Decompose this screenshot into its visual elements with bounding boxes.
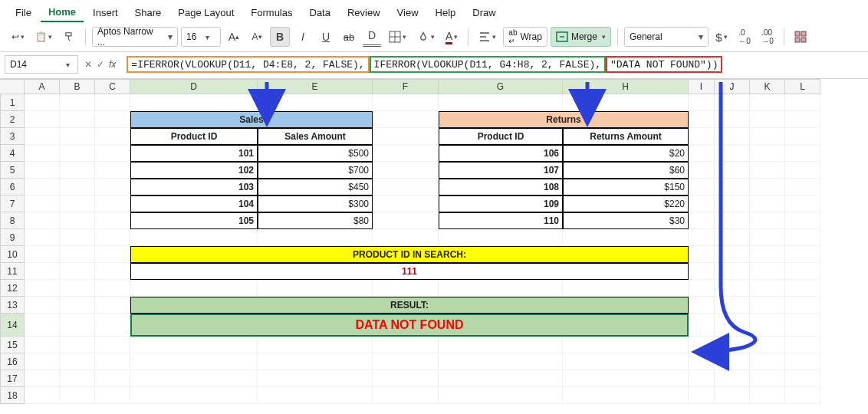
cell-K13[interactable] (750, 297, 785, 314)
cell-B7[interactable] (60, 196, 95, 212)
cell-J10[interactable] (715, 246, 750, 263)
cell-C10[interactable] (95, 246, 130, 263)
cell-A11[interactable] (25, 263, 60, 280)
cell-E7[interactable]: $300 (258, 196, 373, 212)
cell-I5[interactable] (689, 162, 715, 179)
row-header-9[interactable]: 9 (0, 229, 25, 246)
cell-G16[interactable] (439, 353, 563, 370)
cell-H1[interactable] (563, 94, 689, 111)
cell-L11[interactable] (785, 263, 820, 280)
cell-L4[interactable] (785, 145, 820, 162)
bold-button[interactable]: B (270, 27, 290, 47)
cell-D8[interactable]: 105 (130, 212, 258, 229)
cell-B16[interactable] (60, 353, 95, 370)
cell-I16[interactable] (689, 353, 715, 370)
borders-button[interactable]: ▾ (385, 27, 410, 47)
cell-B3[interactable] (60, 128, 95, 145)
tab-review[interactable]: Review (340, 2, 388, 21)
col-header-J[interactable]: J (715, 79, 750, 94)
fx-icon[interactable]: fx (109, 59, 119, 70)
cell-L9[interactable] (785, 229, 820, 246)
cell-A16[interactable] (25, 353, 60, 370)
tab-file[interactable]: File (8, 2, 39, 21)
font-size-select[interactable]: 16▾ (181, 27, 221, 47)
cell-F12[interactable] (373, 280, 439, 297)
cell-K6[interactable] (750, 179, 785, 196)
cell-A10[interactable] (25, 246, 60, 263)
increase-font-button[interactable]: A▴ (224, 27, 244, 47)
cell-E16[interactable] (258, 353, 373, 370)
search-value[interactable]: 111 (130, 263, 689, 280)
cell-J5[interactable] (715, 162, 750, 179)
cell-A15[interactable] (25, 337, 60, 353)
cell-K1[interactable] (750, 94, 785, 111)
cell-K18[interactable] (750, 387, 785, 404)
cell-H9[interactable] (563, 229, 689, 246)
name-box[interactable]: D14 ▾ (5, 55, 78, 74)
cell-K16[interactable] (750, 353, 785, 370)
cell-G6[interactable]: 108 (439, 179, 563, 196)
cell-H8[interactable]: $30 (563, 212, 689, 229)
decrease-font-button[interactable]: A▾ (247, 27, 267, 47)
cell-B12[interactable] (60, 280, 95, 297)
cell-L2[interactable] (785, 111, 820, 128)
cell-H18[interactable] (563, 387, 689, 404)
cell-L6[interactable] (785, 179, 820, 196)
row-header-3[interactable]: 3 (0, 128, 25, 145)
cell-F7[interactable] (373, 196, 439, 212)
cell-G7[interactable]: 109 (439, 196, 563, 212)
cell-J15[interactable] (715, 337, 750, 353)
cell-B11[interactable] (60, 263, 95, 280)
tab-draw[interactable]: Draw (465, 2, 503, 21)
returns-id-header[interactable]: Product ID (439, 128, 563, 145)
result-label[interactable]: RESULT: (130, 297, 689, 314)
cell-J3[interactable] (715, 128, 750, 145)
col-header-F[interactable]: F (373, 79, 439, 94)
cell-L18[interactable] (785, 387, 820, 404)
row-header-2[interactable]: 2 (0, 111, 25, 128)
cell-F1[interactable] (373, 94, 439, 111)
cell-G5[interactable]: 107 (439, 162, 563, 179)
tab-formulas[interactable]: Formulas (243, 2, 300, 21)
cell-E18[interactable] (258, 387, 373, 404)
row-header-17[interactable]: 17 (0, 370, 25, 387)
cell-G1[interactable] (439, 94, 563, 111)
col-header-G[interactable]: G (439, 79, 563, 94)
cancel-formula-icon[interactable]: ✕ (84, 59, 92, 70)
italic-button[interactable]: I (293, 27, 313, 47)
cell-D1[interactable] (130, 94, 258, 111)
cell-J4[interactable] (715, 145, 750, 162)
cell-H6[interactable]: $150 (563, 179, 689, 196)
cell-D17[interactable] (130, 370, 258, 387)
cell-L12[interactable] (785, 280, 820, 297)
col-header-C[interactable]: C (95, 79, 130, 94)
cell-D16[interactable] (130, 353, 258, 370)
cell-A18[interactable] (25, 387, 60, 404)
row-header-13[interactable]: 13 (0, 297, 25, 314)
cell-E9[interactable] (258, 229, 373, 246)
row-header-7[interactable]: 7 (0, 196, 25, 212)
cell-I1[interactable] (689, 94, 715, 111)
cell-B17[interactable] (60, 370, 95, 387)
cell-J17[interactable] (715, 370, 750, 387)
cell-A2[interactable] (25, 111, 60, 128)
col-header-D[interactable]: D (130, 79, 258, 94)
cell-I14[interactable] (689, 314, 715, 337)
cell-L16[interactable] (785, 353, 820, 370)
cell-C16[interactable] (95, 353, 130, 370)
underline-button[interactable]: U (316, 27, 336, 47)
cell-E6[interactable]: $450 (258, 179, 373, 196)
cell-E1[interactable] (258, 94, 373, 111)
sales-title[interactable]: Sales (130, 111, 373, 128)
cell-F17[interactable] (373, 370, 439, 387)
cell-D6[interactable]: 103 (130, 179, 258, 196)
cell-K7[interactable] (750, 196, 785, 212)
cell-L17[interactable] (785, 370, 820, 387)
cell-C12[interactable] (95, 280, 130, 297)
cell-B5[interactable] (60, 162, 95, 179)
row-header-11[interactable]: 11 (0, 263, 25, 280)
returns-amt-header[interactable]: Returns Amount (563, 128, 689, 145)
col-header-H[interactable]: H (563, 79, 689, 94)
cell-D7[interactable]: 104 (130, 196, 258, 212)
cell-K15[interactable] (750, 337, 785, 353)
